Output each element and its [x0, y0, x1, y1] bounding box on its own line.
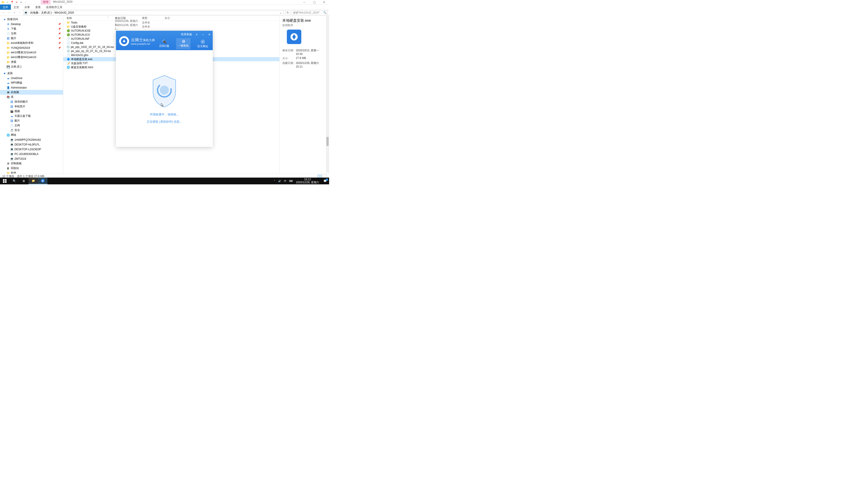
explorer-taskbar-button[interactable]: 📁 — [29, 177, 38, 184]
sidebar-item-video[interactable]: 🎬视频 — [0, 109, 63, 113]
sidebar-item-control[interactable]: ⚙控制面板 — [0, 161, 63, 166]
sidebar-item-desktop[interactable]: 🖥Desktop📌 — [0, 22, 63, 26]
sidebar-quick-access[interactable]: ★快速访问 — [0, 17, 63, 22]
sidebar-item-music[interactable]: 🎵音乐 — [0, 128, 63, 133]
column-name[interactable]: 名称⌃ — [63, 15, 113, 20]
forward-button[interactable]: → — [7, 11, 11, 15]
pin-icon: 📌 — [58, 46, 61, 49]
sidebar-item-recycle[interactable]: 🗑回收站 — [0, 166, 63, 170]
sidebar-item-software[interactable]: 📁软件 — [0, 170, 63, 174]
music-icon: 🎵 — [10, 129, 13, 132]
close-icon[interactable]: ✕ — [208, 33, 211, 36]
brand-sub: 装机大师 — [143, 38, 155, 42]
sidebar-item-net3[interactable]: 💻DESKTOP-LSSOEDP — [0, 147, 63, 152]
sidebar-item-library[interactable]: 📚库 — [0, 95, 63, 99]
tab-label: 官方网址 — [197, 45, 208, 48]
notification-button[interactable]: 💬2 — [321, 177, 329, 184]
sidebar-item-net5[interactable]: 💻ZMT2019 — [0, 156, 63, 161]
sidebar-desktop[interactable]: ■桌面 — [0, 71, 63, 76]
taskbar-clock[interactable]: 15:12 2020/12/26, 星期六 — [294, 178, 321, 184]
sidebar-item-localpics[interactable]: 🖼本机照片 — [0, 104, 63, 109]
sidebar-item-onedrive[interactable]: ☁OneDrive — [0, 76, 63, 80]
sidebar-item-wps[interactable]: ☁WPS网盘 — [0, 80, 63, 85]
tab-manage[interactable]: 管理 — [41, 0, 51, 4]
details-row: 大小:27.6 MB — [282, 57, 327, 60]
column-type[interactable]: 类型 — [140, 15, 163, 20]
sidebar-item-net2[interactable]: 💻DESKTOP-HL0PLFL — [0, 142, 63, 147]
ribbon-tab-home[interactable]: 主页 — [11, 4, 22, 10]
tab-current[interactable]: Win10x32_2020 — [51, 0, 75, 4]
breadcrumb-folder[interactable]: Win10x32_2020 — [55, 11, 74, 14]
sidebar-item-network[interactable]: 🌐网络 — [0, 133, 63, 137]
breadcrumb-pc[interactable]: 此电脑 — [30, 11, 38, 15]
breadcrumb-drive[interactable]: 文档 (E:) — [41, 11, 52, 15]
column-size[interactable]: 大小 — [163, 15, 181, 20]
sidebar-item-downloads[interactable]: ⬇下载📌 — [0, 26, 63, 31]
sidebar-item-net4[interactable]: 💻PC-20190530OBLA — [0, 152, 63, 156]
sidebar-item-savedpics[interactable]: 🖼保存的图片 — [0, 99, 63, 104]
dropdown-icon[interactable]: ▾ — [20, 1, 23, 4]
installer-taskbar-button[interactable] — [38, 177, 48, 184]
sidebar-item-drive-e[interactable]: 💾文档 (E:) — [0, 64, 63, 69]
up-button[interactable]: ↑ — [18, 11, 22, 15]
ime-icon[interactable]: ⌨ — [288, 180, 294, 183]
pin-icon[interactable]: 📍 — [10, 1, 13, 4]
file-row[interactable]: 📁U盘安装教程2020/12/26, 星期六 1...文件夹 — [63, 25, 279, 29]
file-row[interactable]: 📁Tools2020/12/26, 星期六 1...文件夹 — [63, 21, 279, 25]
back-button[interactable]: ← — [1, 11, 5, 15]
installer-tab-web[interactable]: ⓔ官方网址 — [195, 38, 210, 49]
sidebar-item-yunqishi[interactable]: 📁YUNQISHI2019📌 — [0, 45, 63, 50]
search-input[interactable]: 搜索"Win10x32_2020" 🔍 — [291, 10, 328, 15]
ribbon-tab-view[interactable]: 查看 — [33, 4, 43, 10]
ribbon-tab-apptools[interactable]: 应用程序工具 — [43, 4, 65, 10]
installer-logo: 云骑士装机大师 www.yunqishi.net — [119, 36, 155, 46]
folder-icon: 📁 — [6, 60, 10, 64]
sidebar-item-net1[interactable]: 💻1H4WPFQ7KZ8HU82 — [0, 137, 63, 142]
sidebar-item-pictures[interactable]: 🖼图片📌 — [0, 36, 63, 41]
recent-dropdown[interactable]: ▾ — [12, 11, 16, 15]
refresh-button[interactable]: ↻ — [285, 10, 290, 15]
installer-tab-install[interactable]: 🖥一键装机 — [176, 38, 191, 49]
minimize-button[interactable]: ─ — [299, 0, 309, 4]
sidebar-item-thispc[interactable]: 💻此电脑 — [0, 90, 63, 95]
breadcrumb[interactable]: 💻 › 此电脑 › 文档 (E:) › Win10x32_2020 ⌄ — [23, 10, 284, 15]
scrollbar-vertical[interactable] — [326, 15, 329, 173]
tray-chevron[interactable]: ˄ — [273, 180, 277, 183]
installer-tab-usb[interactable]: 🔌启动U盘 — [157, 38, 171, 49]
breadcrumb-dropdown[interactable]: ⌄ — [279, 11, 283, 14]
ribbon-tab-share[interactable]: 共享 — [22, 4, 33, 10]
sidebar-label: WPS网盘 — [11, 81, 22, 85]
sidebar-item-documents[interactable]: 📄文档📌 — [0, 31, 63, 36]
taskview-button[interactable]: ⊞ — [19, 177, 29, 184]
scrollbar-thumb[interactable] — [327, 137, 329, 146]
logo-icon — [119, 36, 129, 46]
contact-link[interactable]: 联系客服 — [181, 33, 192, 36]
ime-indicator[interactable]: 中 — [283, 180, 288, 183]
sidebar-label: 控制面板 — [11, 162, 22, 165]
delete-icon[interactable]: ✕ — [15, 1, 18, 4]
maximize-button[interactable]: ▢ — [309, 0, 319, 4]
search-button[interactable]: 🔍 — [9, 177, 19, 184]
sidebar-label: Desktop — [11, 23, 21, 26]
sidebar-item-huguan[interactable]: 📁虎观 — [0, 60, 63, 64]
sidebar-label: 文档 — [11, 32, 16, 35]
sidebar-item-documents2[interactable]: 📄文档 — [0, 123, 63, 128]
checkbox-icon[interactable]: ✓ — [6, 1, 9, 4]
ribbon-tab-file[interactable]: 文件 — [0, 4, 11, 10]
sidebar-item-tianyi[interactable]: ☁天翼云盘下载 — [0, 113, 63, 119]
sidebar-item-excel[interactable]: 📁excel表格制作求和📌 — [0, 41, 63, 45]
document-icon: 📄 — [10, 124, 13, 127]
sidebar-item-pictures2[interactable]: 🖼图片 — [0, 119, 63, 123]
close-button[interactable]: ✕ — [319, 0, 329, 4]
menu-icon[interactable]: ≡ — [195, 33, 198, 36]
search-icon[interactable]: 🔍 — [323, 11, 327, 14]
user-icon: 👤 — [6, 86, 10, 90]
sidebar-item-win10-64[interactable]: 📁win10重装64位win10 — [0, 55, 63, 60]
minimize-icon[interactable]: ─ — [202, 33, 205, 36]
sidebar-item-win10-32[interactable]: 📁win10重装32位win10 — [0, 50, 63, 55]
sidebar-label: ZMT2019 — [14, 157, 26, 160]
file-icon: 💿 — [66, 45, 70, 49]
volume-icon[interactable]: 🔊 — [277, 180, 283, 183]
start-button[interactable] — [0, 177, 9, 184]
sidebar-item-admin[interactable]: 👤Administrator — [0, 85, 63, 90]
